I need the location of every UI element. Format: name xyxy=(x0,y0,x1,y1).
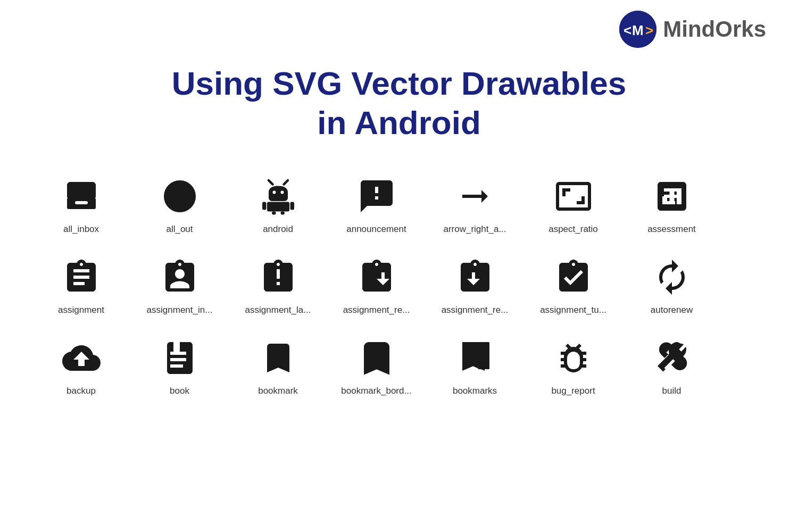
icon-bookmark-border: bookmark_bord... xyxy=(327,337,426,396)
icon-build: build xyxy=(622,337,721,396)
svg-rect-18 xyxy=(662,196,667,204)
svg-rect-14 xyxy=(262,202,267,210)
icons-row-1: all_inbox all_out xyxy=(32,175,766,235)
svg-rect-6 xyxy=(75,201,88,204)
svg-line-10 xyxy=(284,180,288,185)
svg-rect-13 xyxy=(267,202,289,211)
header: < M > MindOrks xyxy=(0,0,798,53)
logo-text: MindOrks xyxy=(663,16,766,42)
svg-rect-4 xyxy=(67,184,96,196)
svg-text:>: > xyxy=(645,22,653,38)
icon-assignment-late: assignment_la... xyxy=(229,256,327,315)
icon-announcement: announcement xyxy=(327,175,426,235)
icon-assignment-turned-in: assignment_tu... xyxy=(524,256,622,315)
svg-rect-21 xyxy=(173,342,180,355)
svg-text:<: < xyxy=(624,22,631,38)
icon-assessment: assessment xyxy=(622,175,721,235)
icons-section: all_inbox all_out xyxy=(0,164,798,428)
icon-bookmarks: bookmarks xyxy=(426,337,524,396)
icons-row-3: backup book bookmark xyxy=(32,337,766,396)
page-title: Using SVG Vector Drawables in Android xyxy=(32,64,766,143)
icon-assignment-ind: assignment_in... xyxy=(130,256,229,315)
svg-rect-17 xyxy=(280,211,285,214)
svg-rect-16 xyxy=(272,211,276,214)
logo-container: < M > MindOrks xyxy=(619,11,766,48)
title-section: Using SVG Vector Drawables in Android xyxy=(0,53,798,164)
icon-assignment-return: assignment_re... xyxy=(327,256,426,315)
icon-assignment-returned: assignment_re... xyxy=(426,256,524,315)
icon-android: android xyxy=(229,175,327,235)
icon-assignment: assignment xyxy=(32,256,130,315)
svg-text:M: M xyxy=(632,22,644,38)
svg-rect-19 xyxy=(669,192,674,204)
logo-icon: < M > xyxy=(619,11,656,48)
icon-bug-report: bug_report xyxy=(524,337,622,396)
icon-arrow-right-alt: arrow_right_a... xyxy=(426,175,524,235)
svg-rect-20 xyxy=(677,188,681,204)
icon-book: book xyxy=(130,337,229,396)
svg-line-9 xyxy=(269,180,273,185)
icon-autorenew: autorenew xyxy=(622,256,721,315)
svg-point-12 xyxy=(280,190,284,194)
svg-point-11 xyxy=(272,190,276,194)
icon-all-out: all_out xyxy=(130,175,229,235)
icon-aspect-ratio: aspect_ratio xyxy=(524,175,622,235)
icons-row-2: assignment assignment_in... assignment_l… xyxy=(32,256,766,315)
icon-backup: backup xyxy=(32,337,130,396)
svg-rect-15 xyxy=(290,202,294,210)
icon-all-inbox: all_inbox xyxy=(32,175,130,235)
icon-bookmark: bookmark xyxy=(229,337,327,396)
svg-marker-23 xyxy=(478,347,489,369)
